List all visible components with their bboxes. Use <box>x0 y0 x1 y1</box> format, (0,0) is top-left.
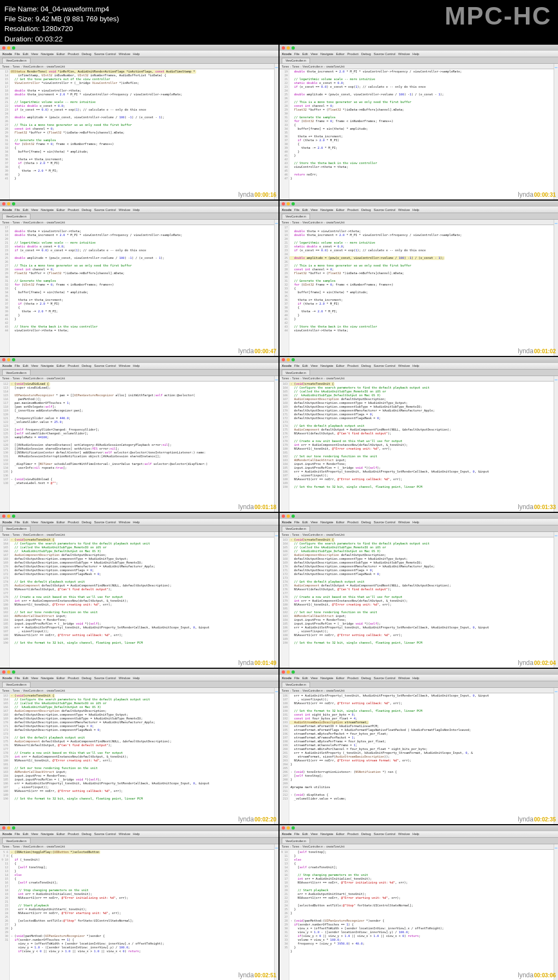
minimap[interactable] <box>274 844 278 980</box>
menu-item-help[interactable]: Help <box>133 52 140 56</box>
breadcrumb-item[interactable]: createToneUnit <box>326 845 344 848</box>
minimap[interactable] <box>274 532 278 668</box>
menu-item-xcode[interactable]: Xcode <box>282 676 292 680</box>
code-editor[interactable]: 186 187 188 189 190 191 192 193 194 195 … <box>280 693 558 824</box>
menu-item-navigate[interactable]: Navigate <box>41 676 54 680</box>
minimize-icon[interactable] <box>287 826 290 830</box>
menu-item-navigate[interactable]: Navigate <box>320 52 333 56</box>
tab-viewcontroller[interactable]: ViewController.m <box>2 214 31 219</box>
menu-item-source-control[interactable]: Source Control <box>94 208 116 211</box>
breadcrumb-item[interactable]: createToneUnit <box>46 845 65 848</box>
menu-item-help[interactable]: Help <box>413 832 419 836</box>
menu-item-xcode[interactable]: Xcode <box>2 676 12 680</box>
menu-item-navigate[interactable]: Navigate <box>41 208 54 211</box>
menu-item-view[interactable]: View <box>31 832 38 836</box>
menu-item-file[interactable]: File <box>294 208 300 211</box>
breadcrumb-item[interactable]: createToneUnit <box>326 377 344 380</box>
breadcrumb-item[interactable]: Tones <box>282 533 289 536</box>
breadcrumb-item[interactable]: ViewController.m <box>302 845 323 848</box>
minimap[interactable] <box>274 376 278 512</box>
code-editor[interactable]: 163 164 165 166 167 168 169 170 171 172 … <box>280 537 558 668</box>
breadcrumb-item[interactable]: Tones <box>13 533 20 536</box>
menu-item-source-control[interactable]: Source Control <box>374 676 396 680</box>
minimap[interactable] <box>554 64 558 199</box>
breadcrumb-item[interactable]: createToneUnit <box>326 65 344 68</box>
code-area[interactable]: double theta_increment = 2.0 * M_PI * vi… <box>289 69 558 199</box>
menu-item-edit[interactable]: Edit <box>302 832 308 836</box>
menu-item-editor[interactable]: Editor <box>336 208 345 211</box>
menu-item-source-control[interactable]: Source Control <box>94 521 116 524</box>
zoom-icon[interactable] <box>292 670 295 674</box>
menu-item-source-control[interactable]: Source Control <box>94 676 116 680</box>
menu-item-navigate[interactable]: Navigate <box>320 208 333 211</box>
code-editor[interactable]: 163 164 165 166 167 168 169 170 171 172 … <box>0 537 278 668</box>
code-area[interactable]: double theta = viewController->theta; do… <box>289 225 558 355</box>
close-icon[interactable] <box>2 515 5 518</box>
code-editor[interactable]: 163 164 165 166 167 168 169 170 171 172 … <box>280 382 558 512</box>
menu-item-debug[interactable]: Debug <box>361 52 371 56</box>
menu-item-help[interactable]: Help <box>133 364 140 367</box>
close-icon[interactable] <box>2 826 5 830</box>
close-icon[interactable] <box>282 515 285 518</box>
zoom-icon[interactable] <box>292 515 295 518</box>
menu-item-view[interactable]: View <box>31 52 38 56</box>
breadcrumb-item[interactable]: ViewController.m <box>23 845 44 848</box>
zoom-icon[interactable] <box>12 358 15 361</box>
code-area[interactable]: OSStatus RenderTone( void *inRefCon, Aud… <box>10 69 278 199</box>
close-icon[interactable] <box>2 46 5 50</box>
code-area[interactable]: - (IBAction)togglePlay:(UIButton *)selec… <box>10 850 278 980</box>
menu-item-xcode[interactable]: Xcode <box>2 521 12 524</box>
code-editor[interactable]: 17 18 19 20 21 22 23 24 25 26 27 28 29 3… <box>280 225 558 355</box>
menu-item-xcode[interactable]: Xcode <box>282 832 292 836</box>
menu-item-product[interactable]: Product <box>347 364 359 367</box>
menu-item-editor[interactable]: Editor <box>336 52 345 56</box>
menu-item-help[interactable]: Help <box>413 521 419 524</box>
menu-item-window[interactable]: Window <box>398 832 410 836</box>
breadcrumb-item[interactable]: Tones <box>292 689 299 692</box>
menu-item-product[interactable]: Product <box>68 52 79 56</box>
menu-item-source-control[interactable]: Source Control <box>374 52 396 56</box>
menu-item-navigate[interactable]: Navigate <box>41 832 54 836</box>
menu-item-file[interactable]: File <box>15 676 20 680</box>
code-area[interactable]: double theta = viewController->theta; do… <box>10 225 278 355</box>
menu-item-view[interactable]: View <box>311 676 318 680</box>
menu-item-edit[interactable]: Edit <box>23 208 28 211</box>
menu-item-view[interactable]: View <box>31 364 38 367</box>
minimize-icon[interactable] <box>287 670 290 674</box>
menu-item-product[interactable]: Product <box>347 52 359 56</box>
menu-item-window[interactable]: Window <box>119 208 130 211</box>
minimize-icon[interactable] <box>7 358 10 361</box>
menu-item-help[interactable]: Help <box>133 676 140 680</box>
menu-item-xcode[interactable]: Xcode <box>2 364 12 367</box>
menu-item-navigate[interactable]: Navigate <box>41 364 54 367</box>
code-area[interactable]: - (void)createToneUnit { // Configure th… <box>10 693 278 824</box>
minimize-icon[interactable] <box>7 670 10 674</box>
menu-item-debug[interactable]: Debug <box>82 832 92 836</box>
breadcrumb-item[interactable]: createToneUnit <box>46 533 65 536</box>
minimap[interactable] <box>554 220 558 355</box>
menu-item-edit[interactable]: Edit <box>23 676 28 680</box>
minimize-icon[interactable] <box>7 202 10 205</box>
menu-item-debug[interactable]: Debug <box>361 208 371 211</box>
menu-item-editor[interactable]: Editor <box>336 676 345 680</box>
menu-item-product[interactable]: Product <box>68 832 79 836</box>
menu-item-edit[interactable]: Edit <box>302 676 308 680</box>
menu-item-edit[interactable]: Edit <box>302 52 308 56</box>
breadcrumb-item[interactable]: createToneUnit <box>46 689 65 692</box>
code-area[interactable]: [self toneStop]; } else { [self createTo… <box>289 850 558 980</box>
tab-viewcontroller[interactable]: ViewController.m <box>2 370 31 375</box>
breadcrumb-item[interactable]: Tones <box>2 377 9 380</box>
menu-item-product[interactable]: Product <box>68 676 79 680</box>
menu-item-file[interactable]: File <box>294 364 300 367</box>
breadcrumb-item[interactable]: Tones <box>2 689 9 692</box>
breadcrumb-item[interactable]: Tones <box>2 65 9 68</box>
zoom-icon[interactable] <box>292 358 295 361</box>
breadcrumb-item[interactable]: ViewController.m <box>23 221 44 224</box>
menu-item-edit[interactable]: Edit <box>302 364 308 367</box>
menu-item-debug[interactable]: Debug <box>82 364 92 367</box>
tab-viewcontroller[interactable]: ViewController.m <box>282 214 310 219</box>
menu-item-file[interactable]: File <box>15 521 20 524</box>
menu-item-edit[interactable]: Edit <box>23 521 28 524</box>
breadcrumb-item[interactable]: ViewController.m <box>23 533 44 536</box>
minimap[interactable] <box>554 844 558 980</box>
